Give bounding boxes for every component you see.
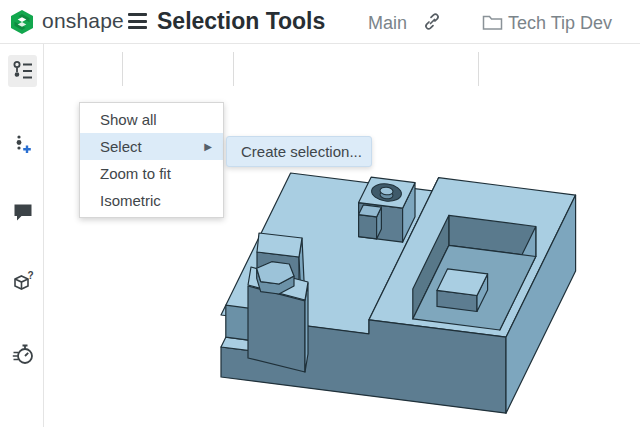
document-title: Selection Tools	[157, 8, 325, 35]
context-submenu-create-selection[interactable]: Create selection...	[226, 136, 372, 167]
menu-item-show-all[interactable]: Show all	[80, 106, 223, 133]
model-face-front-block-front[interactable]	[248, 286, 305, 372]
app-header: onshape Selection Tools Main Tech Tip De…	[0, 0, 640, 44]
submenu-arrow-icon: ▶	[204, 133, 212, 160]
menu-item-select[interactable]: Select▶	[80, 133, 223, 160]
onshape-logo-icon[interactable]	[9, 9, 35, 35]
menu-item-isometric[interactable]: Isometric	[80, 187, 223, 214]
project-folder-icon[interactable]	[482, 13, 503, 31]
insert-point-icon[interactable]	[8, 129, 37, 161]
brand-name: onshape	[42, 9, 124, 33]
workspace-label[interactable]: Main	[368, 13, 407, 34]
viewport-context-menu: Show allSelect▶Zoom to fitIsometric	[79, 102, 224, 218]
project-name[interactable]: Tech Tip Dev	[508, 13, 612, 34]
comment-icon[interactable]	[8, 196, 37, 228]
share-link-icon[interactable]	[422, 12, 442, 32]
svg-text:?: ?	[27, 270, 33, 281]
part-query-icon[interactable]: ?	[8, 266, 37, 298]
model-face-cbore-notch-front[interactable]	[359, 215, 377, 239]
left-sidebar: ?	[0, 44, 44, 427]
main-menu-icon[interactable]	[128, 13, 147, 30]
onshape-app: onshape Selection Tools Main Tech Tip De…	[0, 0, 640, 427]
feature-toolbar: Sketch	[44, 44, 640, 94]
menu-item-zoom-to-fit[interactable]: Zoom to fit	[80, 160, 223, 187]
feature-list-icon[interactable]	[8, 55, 37, 87]
performance-timer-icon[interactable]	[8, 338, 37, 370]
model-face-cbore-notch-floor[interactable]	[359, 205, 382, 217]
